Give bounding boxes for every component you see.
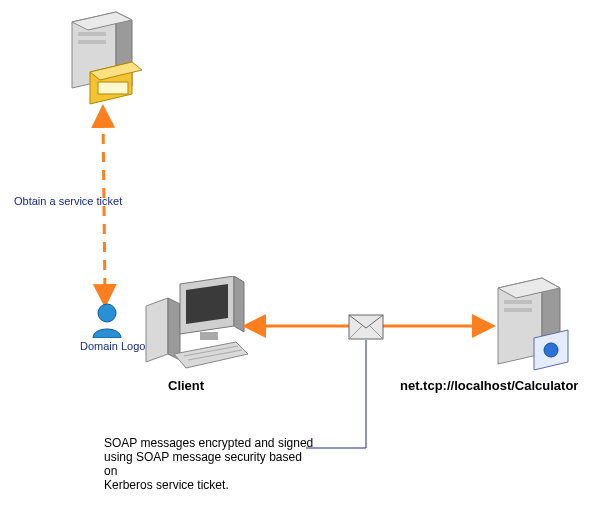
service-url-label: net.tcp://localhost/Calculator [400,378,611,393]
obtain-ticket-label: Obtain a service ticket [14,195,122,207]
client-computer-icon [140,276,250,376]
svg-point-27 [544,343,558,357]
svg-rect-4 [78,40,106,44]
soap-message-envelope-icon [348,314,384,340]
svg-marker-10 [146,298,168,362]
svg-point-9 [98,304,116,322]
domain-controller-server-icon [62,8,152,108]
soap-note-line2: using SOAP message security based on [104,450,314,478]
client-label: Client [168,378,204,393]
soap-note: SOAP messages encrypted and signed using… [104,436,314,492]
svg-rect-24 [504,300,532,304]
calculator-service-server-icon [488,274,578,374]
soap-note-line1: SOAP messages encrypted and signed [104,436,314,450]
user-icon [90,302,124,338]
svg-marker-14 [234,276,244,332]
svg-rect-7 [98,82,128,94]
svg-marker-13 [186,284,228,324]
svg-marker-11 [168,298,180,360]
svg-rect-15 [200,332,218,340]
svg-rect-3 [78,32,106,36]
svg-rect-25 [504,308,532,312]
soap-note-line3: Kerberos service ticket. [104,478,314,492]
